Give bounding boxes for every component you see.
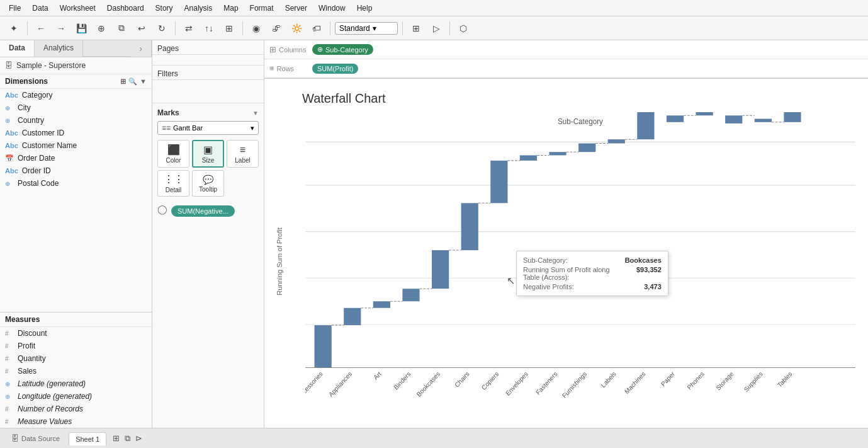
menu-worksheet[interactable]: Worksheet	[55, 3, 101, 14]
menu-analysis[interactable]: Analysis	[179, 3, 218, 14]
bar-tables[interactable]	[784, 112, 801, 122]
marks-tooltip-btn[interactable]: 💬 Tooltip	[192, 170, 224, 197]
marks-label: Marks	[157, 108, 179, 117]
fix-axes-btn[interactable]: 🖇	[268, 20, 285, 37]
redo-btn[interactable]: ↻	[153, 20, 171, 37]
bar-copiers[interactable]	[490, 161, 507, 203]
marks-collapse-icon[interactable]: ▼	[252, 110, 259, 117]
duplicate-sheet-icon[interactable]: ⧉	[123, 432, 132, 445]
menu-help[interactable]: Help	[352, 3, 378, 14]
add-sheet-icon[interactable]: ⊞	[111, 432, 121, 445]
data-source-tab[interactable]: 🗄 Data Source	[5, 432, 66, 445]
bar-binders[interactable]	[402, 289, 419, 301]
bar-bookcases[interactable]	[432, 250, 449, 289]
menu-map[interactable]: Map	[218, 3, 243, 14]
duplicate-btn[interactable]: ⧉	[113, 20, 130, 37]
new-datasource-btn[interactable]: ⊕	[93, 20, 110, 37]
measure-name: Longitude (generated)	[18, 392, 92, 401]
marks-label-btn[interactable]: ≡ Label	[227, 140, 259, 168]
bar-phones[interactable]	[696, 112, 713, 115]
dim-country[interactable]: ⊕ Country	[0, 114, 152, 127]
bar-appliances[interactable]	[344, 308, 361, 325]
rows-profit-pill[interactable]: SUM(Profit)	[312, 64, 358, 74]
columns-text: Columns	[279, 46, 306, 54]
dim-name: Order Date	[18, 154, 55, 163]
subcategory-label: Sub-Category	[325, 46, 368, 54]
undo-btn[interactable]: ↩	[133, 20, 150, 37]
waterfall-chart-svg: $0 $50,000 $100,000 $150,000 $200,000 $2…	[305, 112, 855, 411]
menu-file[interactable]: File	[4, 3, 26, 14]
bar-storage[interactable]	[725, 115, 742, 123]
dim-name: City	[18, 103, 31, 112]
measure-values[interactable]: # Measure Values	[0, 415, 152, 428]
measure-profit[interactable]: # Profit	[0, 340, 152, 352]
tableau-logo-btn[interactable]: ✦	[5, 20, 23, 37]
marks-size-btn[interactable]: ▣ Size	[192, 140, 224, 168]
toolbar: ✦ ← → 💾 ⊕ ⧉ ↩ ↻ ⇄ ↑↓ ⊞ ◉ 🖇 🔆 🏷 Standard …	[0, 16, 868, 40]
marks-type-label: Gantt Bar	[173, 124, 248, 132]
marks-type-dropdown[interactable]: ≡≡ Gantt Bar ▾	[157, 121, 259, 135]
menu-bar: File Data Worksheet Dashboard Story Anal…	[0, 0, 868, 16]
measure-quantity[interactable]: # Quantity	[0, 352, 152, 365]
sort-desc-btn[interactable]: ⊞	[220, 20, 238, 37]
bar-furnishings[interactable]	[578, 144, 595, 152]
dim-category[interactable]: Abc Category	[0, 89, 152, 101]
measure-longitude[interactable]: ⊕ Longitude (generated)	[0, 390, 152, 403]
marks-detail-btn[interactable]: ⋮⋮ Detail	[157, 170, 189, 197]
forward-btn[interactable]: →	[52, 20, 70, 37]
menu-server[interactable]: Server	[280, 3, 312, 14]
svg-text:Envelopes: Envelopes	[504, 370, 529, 397]
menu-data[interactable]: Data	[27, 3, 53, 14]
svg-text:Furnishings: Furnishings	[561, 370, 588, 399]
search-icon[interactable]: 🔍	[128, 78, 137, 86]
bar-fasteners[interactable]	[549, 152, 566, 155]
back-btn[interactable]: ←	[32, 20, 50, 37]
bar-chairs[interactable]	[461, 203, 478, 250]
share-btn[interactable]: ⬡	[454, 20, 472, 37]
bar-labels[interactable]	[608, 139, 625, 143]
measure-num-records[interactable]: # Number of Records	[0, 403, 152, 415]
bar-paper[interactable]	[667, 115, 684, 122]
show-marks-btn[interactable]: ◉	[247, 20, 265, 37]
bar-envelopes[interactable]	[520, 155, 537, 160]
highlight-btn[interactable]: 🔆	[288, 20, 305, 37]
dim-postal-code[interactable]: ⊕ Postal Code	[0, 177, 152, 190]
add-icon[interactable]: ▼	[140, 78, 147, 86]
dim-order-date[interactable]: 📅 Order Date	[0, 152, 152, 164]
measure-type-icon: #	[5, 355, 14, 362]
dim-customer-name[interactable]: Abc Customer Name	[0, 139, 152, 152]
dim-customer-id[interactable]: Abc Customer ID	[0, 127, 152, 139]
data-source-tab-label: Data Source	[21, 435, 60, 442]
close-panel-btn[interactable]: ›	[130, 40, 152, 57]
tooltip-btn[interactable]: 🏷	[308, 20, 325, 37]
menu-story[interactable]: Story	[150, 3, 178, 14]
tab-data[interactable]: Data	[0, 40, 35, 57]
sum-negative-pill[interactable]: SUM(Negative...	[171, 205, 235, 217]
dim-city[interactable]: ⊕ City	[0, 101, 152, 114]
tab-analytics[interactable]: Analytics	[35, 40, 83, 57]
bar-supplies[interactable]	[755, 119, 772, 122]
bar-machines[interactable]	[637, 112, 654, 139]
sheet1-tab[interactable]: Sheet 1	[69, 432, 106, 445]
menu-dashboard[interactable]: Dashboard	[102, 3, 149, 14]
present-icon[interactable]: ⊳	[134, 432, 144, 445]
menu-format[interactable]: Format	[245, 3, 279, 14]
measure-latitude[interactable]: ⊕ Latitude (generated)	[0, 377, 152, 390]
grid-icon[interactable]: ⊞	[120, 78, 126, 86]
toolbar-sep-3	[242, 21, 243, 35]
save-btn[interactable]: 💾	[72, 20, 90, 37]
bar-accessories[interactable]	[315, 325, 332, 367]
device-preview-btn[interactable]: ⊞	[407, 20, 425, 37]
columns-subcategory-pill[interactable]: ⊕ Sub-Category	[312, 44, 373, 55]
measure-sales[interactable]: # Sales	[0, 365, 152, 377]
menu-window[interactable]: Window	[313, 3, 351, 14]
marks-color-btn[interactable]: ⬛ Color	[157, 140, 189, 168]
sort-asc-btn[interactable]: ↑↓	[200, 20, 218, 37]
detail-icon: ⋮⋮	[164, 173, 184, 185]
bar-art[interactable]	[373, 301, 390, 308]
dim-order-id[interactable]: Abc Order ID	[0, 164, 152, 177]
measure-discount[interactable]: # Discount	[0, 327, 152, 340]
standard-dropdown[interactable]: Standard ▾	[335, 22, 398, 35]
swap-btn[interactable]: ⇄	[180, 20, 198, 37]
present-btn[interactable]: ▷	[427, 20, 445, 37]
